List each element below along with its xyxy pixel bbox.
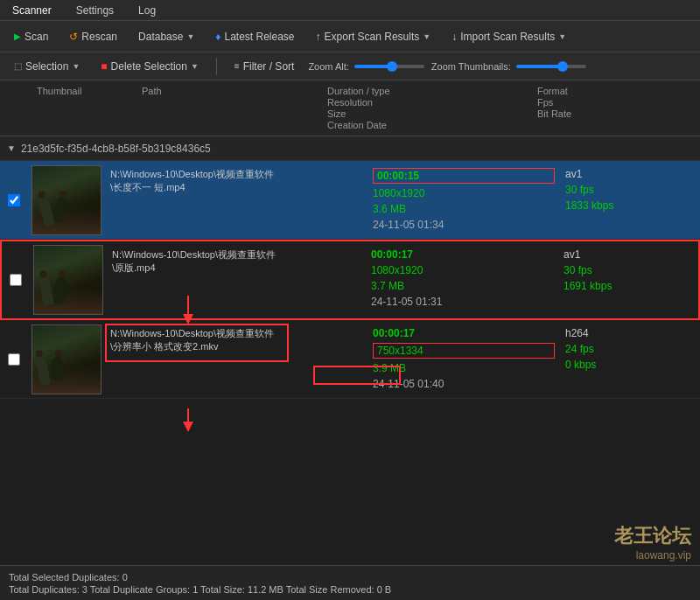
zoom-alt-label: Zoom Alt: [308, 61, 348, 72]
data-cell-1: 00:00:15 1080x1920 3.6 MB 24-11-05 01:34 [368, 161, 560, 239]
sep1 [216, 58, 217, 75]
checkbox-3[interactable] [8, 353, 20, 366]
row-checkbox-3[interactable] [0, 320, 28, 398]
path-cell-3: N:\Windows-10\Desktop\视频查重软件 \分辨率小 格式改变2… [105, 320, 368, 398]
selection-label: Selection [25, 60, 68, 73]
bitrate-1: 1833 kbps [565, 199, 695, 212]
format-cell-3: h264 24 fps 0 kbps [560, 320, 700, 398]
rescan-label: Rescan [81, 31, 117, 43]
watermark: 老王论坛 laowang.vip [614, 523, 691, 562]
zoom-alt-slider[interactable] [354, 65, 424, 68]
watermark-sub: laowang.vip [614, 549, 691, 562]
format-3: h264 [565, 327, 695, 339]
menu-scanner[interactable]: Scanner [7, 3, 57, 18]
path-line2-1: \长度不一 短.mp4 [110, 182, 186, 192]
date-1: 24-11-05 01:34 [373, 219, 555, 231]
col-path: Path [140, 84, 326, 98]
checkbox-1[interactable] [8, 194, 20, 206]
path-line2-2: \原版.mp4 [112, 262, 156, 273]
thumbnail-2 [33, 245, 103, 315]
import-label: Import Scan Results [460, 31, 555, 43]
export-button[interactable]: ↑ Export Scan Results ▼ [309, 27, 438, 46]
latest-release-icon: ♦ [215, 31, 220, 43]
latest-release-label: Latest Release [224, 31, 294, 43]
fps-2: 30 fps [564, 264, 693, 276]
resolution-3: 750x1334 [373, 343, 555, 359]
col-bitrate-label: Bit Rate [537, 108, 691, 119]
zoom-alt-container: Zoom Alt: [308, 61, 424, 72]
database-button[interactable]: Database ▼ [131, 27, 201, 46]
export-icon: ↑ [316, 31, 321, 43]
table-row: N:\Windows-10\Desktop\视频查重软件 \原版.mp4 00:… [0, 240, 700, 320]
row-checkbox-2[interactable] [2, 241, 30, 318]
thumb-scene-3 [32, 325, 101, 394]
duration-1: 00:00:15 [373, 168, 555, 184]
zoom-thumb-slider[interactable] [516, 65, 586, 68]
thumb-figures-3 [38, 357, 62, 385]
import-dropdown-icon: ▼ [558, 32, 566, 41]
menu-settings[interactable]: Settings [71, 3, 119, 18]
thumbnail-1 [32, 165, 102, 235]
thumbnail-cell-3 [28, 320, 105, 398]
group-id: 21e3d5fc-f35d-4cb8-b58f-5b319c8436c5 [21, 143, 211, 155]
fps-1: 30 fps [565, 184, 695, 196]
zoom-thumb-container: Zoom Thumbnails: [431, 61, 586, 72]
table-row: N:\Windows-10\Desktop\视频查重软件 \长度不一 短.mp4… [0, 161, 700, 240]
group-chevron-icon[interactable]: ▼ [7, 143, 16, 153]
scan-button[interactable]: ▶ Scan [7, 27, 55, 46]
col-resolution: Resolution [327, 97, 534, 108]
database-label: Database [138, 31, 183, 43]
bitrate-3: 0 kbps [565, 359, 695, 371]
filter-icon: ≡ [234, 61, 240, 71]
export-dropdown-icon: ▼ [423, 32, 430, 41]
scan-label: Scan [24, 31, 48, 43]
col-duration: Duration / type [327, 86, 534, 96]
format-1: av1 [565, 168, 695, 180]
date-3: 24-11-05 01:40 [373, 378, 555, 390]
import-icon: ↓ [452, 31, 457, 43]
path-cell-2: N:\Windows-10\Desktop\视频查重软件 \原版.mp4 [107, 241, 366, 318]
resolution-1: 1080x1920 [373, 187, 555, 199]
database-dropdown-icon: ▼ [186, 32, 194, 41]
filter-sort-button[interactable]: ≡ Filter / Sort [228, 57, 302, 76]
delete-dropdown-icon: ▼ [191, 62, 199, 71]
latest-release-button[interactable]: ♦ Latest Release [208, 27, 301, 46]
menu-bar: Scanner Settings Log [0, 0, 700, 21]
thumb-scene-2 [34, 246, 102, 314]
format-cell-2: av1 30 fps 1691 kbps [558, 241, 698, 318]
size-1: 3.6 MB [373, 203, 555, 215]
column-headers: Thumbnail Path Duration / type Resolutio… [0, 80, 700, 136]
format-2: av1 [564, 248, 693, 261]
row-checkbox-1[interactable] [0, 161, 28, 239]
path-line2-3: \分辨率小 格式改变2.mkv [110, 341, 218, 352]
checkbox-2[interactable] [10, 274, 22, 286]
bitrate-2: 1691 kbps [564, 280, 693, 292]
rescan-button[interactable]: ↺ Rescan [62, 27, 124, 46]
col-info: Duration / type Resolution Size Creation… [326, 84, 536, 132]
content-area: ▼ 21e3d5fc-f35d-4cb8-b58f-5b319c8436c5 N… [0, 136, 700, 576]
import-button[interactable]: ↓ Import Scan Results ▼ [444, 27, 573, 46]
selection-icon: ⬚ [14, 61, 22, 71]
file-path-3: N:\Windows-10\Desktop\视频查重软件 \分辨率小 格式改变2… [110, 327, 362, 354]
selection-button[interactable]: ⬚ Selection ▼ [7, 57, 87, 76]
status-line-2: Total Duplicates: 3 Total Duplicate Grou… [9, 584, 691, 595]
format-cell-1: av1 30 fps 1833 kbps [560, 161, 700, 239]
col-date: Creation Date [327, 120, 534, 130]
col-thumbnail: Thumbnail [35, 84, 140, 98]
group-header: ▼ 21e3d5fc-f35d-4cb8-b58f-5b319c8436c5 [0, 136, 700, 161]
export-label: Export Scan Results [325, 31, 420, 43]
toolbar: ▶ Scan ↺ Rescan Database ▼ ♦ Latest Rele… [0, 21, 700, 52]
resolution-2: 1080x1920 [371, 264, 553, 276]
date-2: 24-11-05 01:31 [371, 296, 553, 308]
col-fps-label: Fps [537, 97, 691, 108]
thumb-scene-1 [32, 166, 101, 234]
size-3: 3.9 MB [373, 362, 555, 374]
table-row: N:\Windows-10\Desktop\视频查重软件 \分辨率小 格式改变2… [0, 320, 700, 399]
scan-play-icon: ▶ [14, 31, 21, 41]
delete-selection-button[interactable]: ■ Delete Selection ▼ [94, 57, 206, 76]
delete-label: Delete Selection [111, 60, 187, 73]
menu-log[interactable]: Log [133, 3, 161, 18]
col-size: Size [327, 108, 534, 119]
col-format-label: Format [537, 86, 691, 96]
thumb-figures-2 [41, 277, 66, 305]
